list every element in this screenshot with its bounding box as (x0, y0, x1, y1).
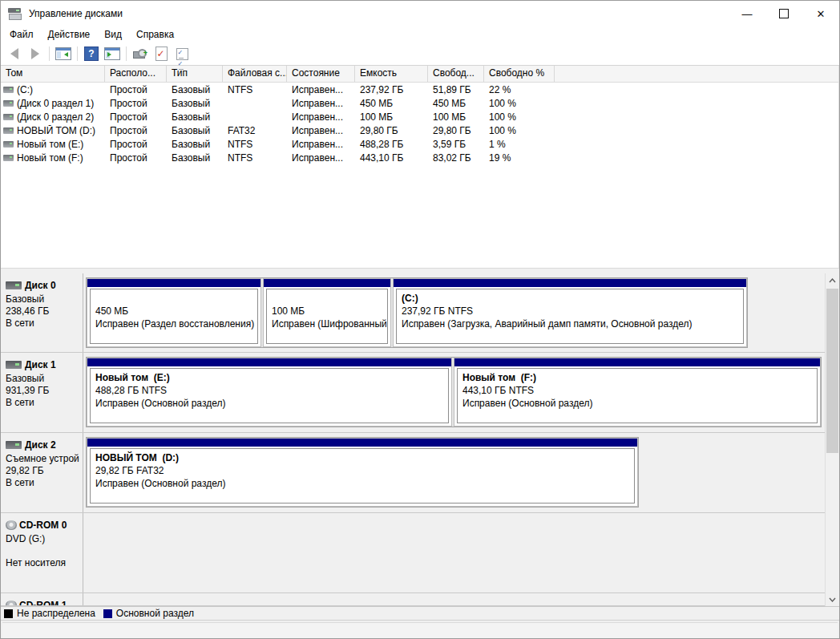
cell-type: Базовый (167, 111, 223, 123)
disk-label-1[interactable]: Диск 1Базовый931,39 ГБВ сети (1, 353, 83, 432)
partition-strip-0: 450 МБИсправен (Раздел восстановления) 1… (86, 277, 748, 348)
menu-item-0[interactable]: Файл (2, 27, 41, 42)
volume-row-4[interactable]: Новый том (E:)ПростойБазовыйNTFSИсправен… (1, 137, 838, 151)
volume-icon (3, 155, 14, 161)
disk-label-2[interactable]: Диск 2Съемное устройство29,82 ГБВ сети (1, 433, 83, 512)
cell-free: 83,02 ГБ (428, 152, 484, 164)
toolbar-separator (77, 47, 78, 61)
cell-status: Исправен... (287, 152, 355, 164)
column-header-2[interactable]: Тип (167, 66, 223, 82)
window-title: Управление дисками (29, 8, 123, 19)
cell-layout: Простой (105, 111, 167, 123)
partition-1-0[interactable]: Новый том (E:)488,28 ГБ NTFSИсправен (Ос… (87, 358, 452, 427)
partition-strip-2: НОВЫЙ ТОМ (D:)29,82 ГБ FAT32Исправен (Ос… (86, 437, 639, 508)
partition-size: 237,92 ГБ NTFS (402, 305, 743, 317)
cell-layout: Простой (105, 84, 167, 95)
legend-label: Не распределена (17, 608, 95, 619)
volume-row-5[interactable]: Новый том (F:)ПростойБазовыйNTFSИсправен… (1, 151, 838, 164)
partition-name: Новый том (E:) (95, 371, 448, 384)
partition-name: Новый том (F:) (462, 371, 817, 384)
show-action-pane-button[interactable] (103, 44, 122, 63)
check-disk-icon: ✓ (155, 47, 168, 61)
cell-status: Исправен... (287, 84, 355, 95)
volume-icon (3, 114, 14, 120)
help-icon: ? (84, 47, 99, 61)
partition-name: (C:) (402, 292, 743, 305)
forward-button[interactable] (26, 44, 45, 63)
cell-volume: (C:) (1, 84, 105, 95)
partition-size: 29,82 ГБ FAT32 (95, 464, 634, 477)
volume-row-1[interactable]: (Диск 0 раздел 1)ПростойБазовыйИсправен.… (1, 96, 838, 110)
disk-row-0: Диск 0Базовый238,46 ГБВ сети 450 МБИспра… (1, 273, 839, 353)
volume-row-3[interactable]: НОВЫЙ ТОМ (D:)ПростойБазовыйFAT32Исправе… (1, 123, 838, 137)
cell-type: Базовый (167, 139, 223, 150)
cell-type: Базовый (167, 152, 223, 164)
close-button[interactable]: ✕ (802, 1, 839, 26)
column-header-6[interactable]: Свобод... (428, 66, 484, 82)
volume-name: НОВЫЙ ТОМ (D:) (17, 125, 95, 136)
rescan-disks-button[interactable]: + (131, 44, 150, 63)
vertical-scrollbar[interactable] (825, 273, 839, 606)
volume-row-0[interactable]: (C:)ПростойБазовыйNTFSИсправен...237,92 … (1, 83, 838, 96)
partition-1-1[interactable]: Новый том (F:)443,10 ГБ NTFSИсправен (Ос… (454, 358, 821, 427)
toolbar-separator (126, 47, 127, 61)
cell-type: Базовый (167, 84, 223, 95)
cell-type: Базовый (167, 125, 223, 136)
column-header-3[interactable]: Файловая с... (223, 66, 287, 82)
cell-fs: NTFS (223, 152, 287, 164)
menu-item-2[interactable]: Вид (97, 27, 129, 42)
partition-0-0[interactable]: 450 МБИсправен (Раздел восстановления) (87, 278, 261, 347)
menu-bar: ФайлДействиеВидСправка (1, 26, 839, 42)
partition-status: Исправен (Шифрованный (EFI) системный ра… (272, 317, 387, 330)
partition-0-2[interactable]: (C:)237,92 ГБ NTFSИсправен (Загрузка, Ав… (393, 278, 747, 347)
scroll-up-button[interactable] (826, 273, 839, 287)
properties-list-button[interactable]: ✓✓ (172, 44, 192, 63)
cell-volume: Новый том (E:) (1, 139, 105, 150)
disk-name-line: Диск 0 (6, 280, 79, 291)
cd-rom-icon (6, 601, 17, 605)
disk-info-line: В сети (6, 317, 79, 330)
cell-fs: NTFS (223, 139, 287, 150)
partition-2-0[interactable]: НОВЫЙ ТОМ (D:)29,82 ГБ FAT32Исправен (Ос… (87, 438, 638, 507)
cell-free_pct: 100 % (484, 125, 555, 136)
pane-splitter[interactable] (1, 268, 839, 273)
cell-layout: Простой (105, 139, 167, 150)
partition-size: 450 МБ (95, 305, 257, 317)
partition-body: НОВЫЙ ТОМ (D:)29,82 ГБ FAT32Исправен (Ос… (90, 448, 635, 504)
menu-item-3[interactable]: Справка (129, 27, 181, 42)
disk-name: CD-ROM 0 (19, 520, 67, 531)
column-header-7[interactable]: Свободно % (484, 66, 555, 82)
partition-0-1[interactable]: 100 МБИсправен (Шифрованный (EFI) систем… (263, 278, 391, 347)
partition-name: НОВЫЙ ТОМ (D:) (95, 451, 634, 464)
volume-icon (3, 100, 14, 107)
disk-label-0[interactable]: Диск 0Базовый238,46 ГБВ сети (1, 273, 83, 352)
back-button[interactable] (5, 44, 24, 63)
scrollbar-thumb[interactable] (826, 289, 838, 453)
minimize-button[interactable]: — (729, 1, 765, 26)
cell-layout: Простой (105, 125, 167, 136)
disk-label-4[interactable]: CD-ROM 1 (1, 593, 83, 605)
show-console-tree-icon (55, 47, 71, 60)
column-header-0[interactable]: Том (1, 66, 105, 82)
column-header-4[interactable]: Состояние (287, 66, 355, 82)
column-header-1[interactable]: Располо... (105, 66, 167, 82)
disk-name-line: CD-ROM 1 (6, 600, 79, 605)
partition-name (95, 292, 257, 305)
disk-row-2: Диск 2Съемное устройство29,82 ГБВ сетиНО… (1, 433, 839, 513)
show-console-tree-button[interactable] (54, 44, 73, 63)
menu-item-1[interactable]: Действие (41, 27, 98, 42)
check-disk-button[interactable]: ✓ (151, 44, 171, 63)
legend-item-1: Основной раздел (103, 608, 194, 619)
maximize-button[interactable] (765, 1, 802, 26)
disk-label-3[interactable]: CD-ROM 0DVD (G:) Нет носителя (1, 513, 83, 592)
scroll-down-button[interactable] (826, 592, 839, 606)
cell-free: 29,80 ГБ (428, 125, 484, 136)
show-action-pane-icon (104, 47, 120, 60)
cell-capacity: 443,10 ГБ (355, 152, 428, 164)
volume-row-2[interactable]: (Диск 0 раздел 2)ПростойБазовыйИсправен.… (1, 110, 838, 123)
disk-info-line: 931,39 ГБ (6, 385, 79, 397)
disk-name: Диск 2 (25, 439, 56, 451)
cell-capacity: 237,92 ГБ (355, 84, 428, 95)
column-header-5[interactable]: Емкость (355, 66, 428, 82)
help-button[interactable]: ? (82, 44, 101, 63)
